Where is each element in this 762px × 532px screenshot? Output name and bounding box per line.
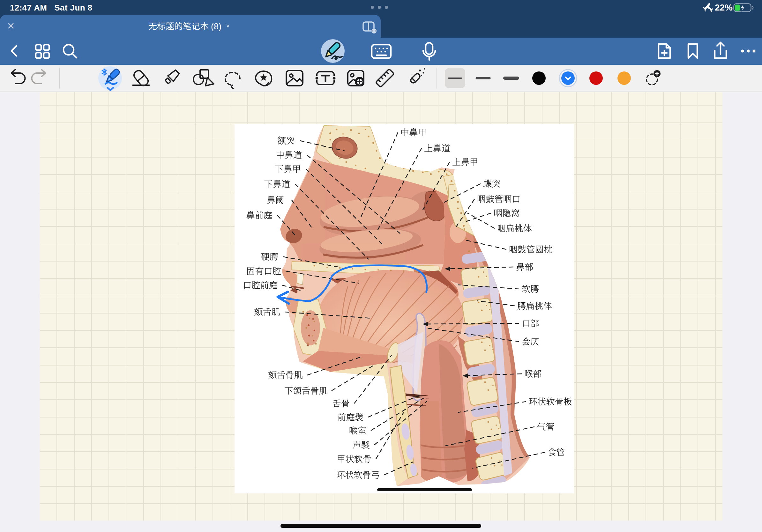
svg-text:˅: ˅ [226, 23, 230, 29]
svg-text:(8): (8) [211, 22, 221, 31]
